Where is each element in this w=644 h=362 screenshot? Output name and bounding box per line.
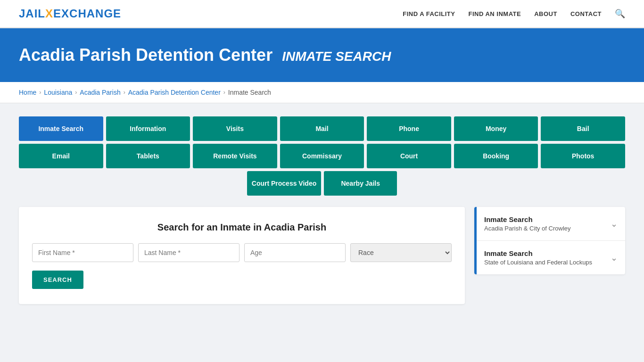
tab-booking[interactable]: Booking: [454, 144, 538, 168]
breadcrumb-sep-4: ›: [223, 89, 225, 96]
tab-inmate-search[interactable]: Inmate Search: [19, 116, 103, 141]
nav-about[interactable]: ABOUT: [534, 10, 557, 17]
page-title: Acadia Parish Detention Center INMATE SE…: [19, 45, 625, 65]
tab-money[interactable]: Money: [454, 116, 538, 141]
breadcrumb: Home › Louisiana › Acadia Parish › Acadi…: [19, 89, 625, 96]
breadcrumb-louisiana[interactable]: Louisiana: [44, 89, 72, 96]
breadcrumb-sep-3: ›: [124, 89, 125, 96]
sidebar-item-acadia-text: Inmate Search Acadia Parish & City of Cr…: [484, 215, 571, 232]
main-nav: FIND A FACILITY FIND AN INMATE ABOUT CON…: [403, 8, 625, 19]
tab-email[interactable]: Email: [19, 144, 103, 168]
logo-x: X: [45, 7, 53, 20]
hero-banner: Acadia Parish Detention Center INMATE SE…: [0, 28, 644, 82]
site-header: JAILXEXCHANGE FIND A FACILITY FIND AN IN…: [0, 0, 644, 28]
header-search-icon[interactable]: 🔍: [615, 8, 625, 19]
nav-contact[interactable]: CONTACT: [570, 10, 602, 17]
age-input[interactable]: [244, 243, 346, 262]
tab-nearby-jails[interactable]: Nearby Jails: [324, 171, 397, 196]
sidebar-item-acadia-subtitle: Acadia Parish & City of Crowley: [484, 225, 571, 232]
tab-visits[interactable]: Visits: [193, 116, 277, 141]
first-name-input[interactable]: [32, 243, 133, 262]
nav-find-facility[interactable]: FIND A FACILITY: [403, 10, 455, 17]
tab-commissary[interactable]: Commissary: [280, 144, 364, 168]
chevron-down-icon-louisiana: ⌄: [611, 253, 618, 263]
breadcrumb-current: Inmate Search: [228, 89, 271, 96]
sidebar-item-louisiana[interactable]: Inmate Search State of Louisiana and Fed…: [477, 241, 625, 274]
main-content: Inmate Search Information Visits Mail Ph…: [0, 103, 644, 317]
tabs-row-3: Court Process Video Nearby Jails: [19, 171, 625, 196]
sidebar-item-louisiana-text: Inmate Search State of Louisiana and Fed…: [484, 249, 592, 266]
tab-tablets[interactable]: Tablets: [106, 144, 190, 168]
sidebar-item-acadia-title: Inmate Search: [484, 215, 571, 223]
tab-remote-visits[interactable]: Remote Visits: [193, 144, 277, 168]
content-row: Search for an Inmate in Acadia Parish Ra…: [19, 207, 625, 304]
sidebar-item-louisiana-subtitle: State of Louisiana and Federal Lockups: [484, 259, 592, 266]
sidebar-card: Inmate Search Acadia Parish & City of Cr…: [474, 207, 625, 274]
search-button[interactable]: SEARCH: [32, 271, 83, 289]
race-select[interactable]: Race White Black Hispanic Asian Other: [350, 243, 452, 262]
tab-court-process-video[interactable]: Court Process Video: [247, 171, 321, 196]
breadcrumb-bar: Home › Louisiana › Acadia Parish › Acadi…: [0, 82, 644, 103]
logo-jail: JAIL: [19, 7, 45, 20]
logo-exchange: EXCHANGE: [53, 7, 121, 20]
sidebar-item-louisiana-title: Inmate Search: [484, 249, 592, 257]
tab-bail[interactable]: Bail: [541, 116, 625, 141]
chevron-down-icon-acadia: ⌄: [611, 219, 618, 229]
search-fields: Race White Black Hispanic Asian Other: [32, 243, 452, 262]
tab-phone[interactable]: Phone: [367, 116, 451, 141]
inmate-search-box: Search for an Inmate in Acadia Parish Ra…: [19, 207, 465, 304]
breadcrumb-home[interactable]: Home: [19, 89, 36, 96]
breadcrumb-acadia-parish[interactable]: Acadia Parish: [80, 89, 120, 96]
sidebar-item-acadia[interactable]: Inmate Search Acadia Parish & City of Cr…: [477, 207, 625, 241]
sidebar: Inmate Search Acadia Parish & City of Cr…: [474, 207, 625, 274]
nav-find-inmate[interactable]: FIND AN INMATE: [468, 10, 521, 17]
breadcrumb-sep-2: ›: [75, 89, 77, 96]
last-name-input[interactable]: [138, 243, 239, 262]
site-logo[interactable]: JAILXEXCHANGE: [19, 7, 121, 20]
search-title: Search for an Inmate in Acadia Parish: [32, 222, 452, 233]
tab-photos[interactable]: Photos: [541, 144, 625, 168]
breadcrumb-sep-1: ›: [39, 89, 41, 96]
breadcrumb-detention-center[interactable]: Acadia Parish Detention Center: [128, 89, 221, 96]
tab-information[interactable]: Information: [106, 116, 190, 141]
tabs-row-1: Inmate Search Information Visits Mail Ph…: [19, 116, 625, 141]
tab-court[interactable]: Court: [367, 144, 451, 168]
tab-mail[interactable]: Mail: [280, 116, 364, 141]
tabs-row-2: Email Tablets Remote Visits Commissary C…: [19, 144, 625, 168]
